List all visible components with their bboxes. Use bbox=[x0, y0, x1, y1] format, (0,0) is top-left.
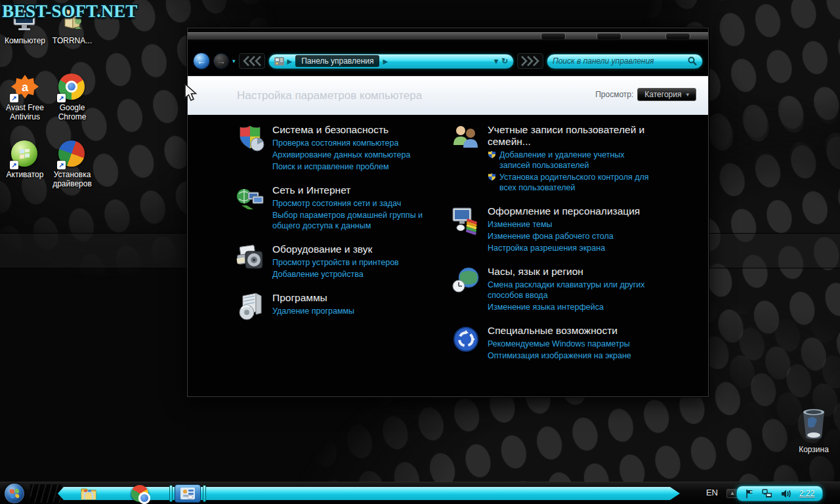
chrome-icon bbox=[131, 485, 148, 502]
recent-pages-dropdown-icon[interactable]: ▾ bbox=[232, 58, 236, 64]
desktop-icon-label: TORRNA... bbox=[51, 36, 94, 45]
category-link[interactable]: Проверка состояния компьютера bbox=[272, 138, 438, 148]
category-clock-language: Часы, язык и регион Смена раскладки клав… bbox=[450, 264, 663, 314]
appearance-personalization-icon[interactable] bbox=[450, 204, 482, 236]
shortcut-arrow-icon: ↗ bbox=[57, 94, 66, 102]
taskbar: EN ▲ 2:22 bbox=[0, 482, 840, 504]
chevron-down-icon: ▾ bbox=[686, 91, 689, 98]
svg-text:a: a bbox=[22, 81, 29, 94]
network-icon[interactable] bbox=[762, 489, 773, 499]
hardware-sound-icon[interactable] bbox=[235, 242, 266, 274]
category-link[interactable]: Смена раскладки клавиатуры или других сп… bbox=[488, 280, 653, 301]
network-internet-icon[interactable] bbox=[235, 183, 266, 215]
driver-installer-icon: ↗ bbox=[58, 140, 86, 168]
active-button-pipe bbox=[169, 485, 173, 502]
desktop-icon-label: Компьютер bbox=[3, 36, 47, 45]
recycle-bin-label: Корзина bbox=[791, 445, 837, 454]
breadcrumb-control-panel[interactable]: Панель управления bbox=[295, 55, 379, 67]
desktop-icon-label: Google Chrome bbox=[51, 103, 94, 121]
windows-logo-icon bbox=[10, 489, 20, 499]
control-panel-window: ← → ▾ ▶ Панель управления ▶ ▾ ↻ Настройк… bbox=[187, 28, 709, 397]
category-title[interactable]: Оборудование и звук bbox=[272, 243, 438, 255]
category-hardware-sound: Оборудование и звук Просмотр устройств и… bbox=[235, 242, 448, 281]
shortcut-arrow-icon: ↗ bbox=[10, 94, 18, 102]
desktop-icon-label: Активатор bbox=[3, 170, 47, 179]
desktop-icon-label: Установка драйверов bbox=[51, 170, 94, 188]
category-link[interactable]: Изменение темы bbox=[488, 219, 653, 230]
category-link[interactable]: Оптимизация изображения на экране bbox=[488, 350, 653, 361]
category-link[interactable]: Добавление и удаление учетных записей по… bbox=[488, 150, 653, 171]
page-title: Настройка параметров компьютера bbox=[237, 76, 422, 116]
category-link[interactable]: Изменение фона рабочего стола bbox=[488, 231, 653, 242]
category-ease-of-access: Специальные возможности Рекомендуемые Wi… bbox=[450, 324, 663, 362]
forward-chevrons-decoration bbox=[517, 53, 543, 69]
category-link[interactable]: Настройка разрешения экрана bbox=[488, 243, 653, 253]
page-header: Настройка параметров компьютера Просмотр… bbox=[188, 75, 708, 115]
desktop-icon-avast[interactable]: a ↗ Avast Free Antivirus bbox=[3, 74, 47, 121]
close-button[interactable] bbox=[665, 33, 690, 39]
category-link[interactable]: Удаление программы bbox=[272, 306, 438, 316]
titlebar-strip bbox=[188, 32, 708, 40]
breadcrumb-separator-icon: ▶ bbox=[383, 58, 388, 65]
category-link[interactable]: Выбор параметров домашней группы и общег… bbox=[272, 210, 438, 231]
search-input[interactable] bbox=[553, 56, 688, 66]
category-link[interactable]: Просмотр устройств и принтеров bbox=[272, 257, 438, 268]
shortcut-arrow-icon: ↗ bbox=[10, 161, 18, 169]
category-title[interactable]: Специальные возможности bbox=[488, 325, 653, 337]
category-title[interactable]: Часы, язык и регион bbox=[488, 266, 653, 278]
category-link[interactable]: Поиск и исправление проблем bbox=[272, 161, 438, 172]
forward-button[interactable]: → bbox=[213, 53, 229, 69]
uac-shield-icon bbox=[488, 173, 496, 181]
shortcut-arrow-icon: ↗ bbox=[57, 161, 66, 169]
taskbar-explorer-button[interactable] bbox=[80, 485, 97, 502]
refresh-button[interactable]: ↻ bbox=[501, 56, 508, 66]
window-titlebar[interactable] bbox=[188, 28, 708, 41]
category-appearance: Оформление и персонализация Изменение те… bbox=[450, 204, 663, 255]
category-link[interactable]: Изменение языка интерфейса bbox=[488, 302, 653, 312]
category-link[interactable]: Архивирование данных компьютера bbox=[272, 150, 438, 160]
search-icon[interactable] bbox=[688, 56, 697, 66]
category-title[interactable]: Сеть и Интернет bbox=[272, 184, 438, 196]
control-panel-icon bbox=[180, 488, 195, 499]
address-bar[interactable]: ▶ Панель управления ▶ ▾ ↻ bbox=[268, 54, 514, 69]
breadcrumb-separator-icon: ▶ bbox=[287, 58, 293, 65]
avast-icon: a ↗ bbox=[11, 74, 39, 101]
category-title[interactable]: Программы bbox=[272, 292, 438, 304]
minimize-button[interactable] bbox=[541, 33, 566, 39]
category-link[interactable]: Добавление устройства bbox=[272, 269, 438, 280]
language-indicator[interactable]: EN bbox=[706, 488, 718, 497]
programs-icon[interactable] bbox=[235, 291, 266, 322]
category-link[interactable]: Установка родительского контроля для все… bbox=[488, 172, 653, 193]
recycle-bin[interactable]: Корзина bbox=[791, 407, 837, 454]
taskbar-control-panel-button-active[interactable] bbox=[169, 484, 206, 503]
clock-language-region-icon[interactable] bbox=[450, 264, 482, 296]
control-panel-glyph-icon bbox=[274, 57, 284, 66]
back-button[interactable]: ← bbox=[193, 52, 210, 70]
recycle-bin-icon bbox=[798, 407, 830, 441]
ease-of-access-icon[interactable] bbox=[450, 324, 482, 355]
speaker-icon[interactable] bbox=[781, 489, 792, 499]
view-by-dropdown[interactable]: Категория▾ bbox=[637, 88, 696, 101]
desktop-icon-driver-installer[interactable]: ↗ Установка драйверов bbox=[51, 140, 94, 188]
category-link[interactable]: Рекомендуемые Windows параметры bbox=[488, 339, 653, 349]
category-title[interactable]: Система и безопасность bbox=[272, 124, 438, 136]
category-title[interactable]: Оформление и персонализация bbox=[488, 205, 653, 217]
user-accounts-icon[interactable] bbox=[450, 123, 482, 154]
desktop-icon-label: Avast Free Antivirus bbox=[3, 103, 47, 121]
system-security-icon[interactable] bbox=[235, 123, 266, 154]
category-link[interactable]: Просмотр состояния сети и задач bbox=[272, 198, 438, 209]
category-title[interactable]: Учетные записи пользователей и семейн... bbox=[488, 124, 653, 148]
address-dropdown-icon[interactable]: ▾ bbox=[494, 56, 498, 66]
start-button[interactable] bbox=[5, 484, 24, 503]
search-box[interactable] bbox=[547, 54, 703, 69]
system-tray: 2:22 bbox=[736, 486, 823, 501]
chrome-icon: ↗ bbox=[58, 74, 86, 101]
taskbar-clock[interactable]: 2:22 bbox=[799, 489, 814, 498]
taskbar-chrome-button[interactable] bbox=[131, 485, 148, 502]
desktop-icon-chrome[interactable]: ↗ Google Chrome bbox=[51, 74, 94, 121]
desktop-icon-activator[interactable]: ↗ Активатор bbox=[3, 140, 47, 179]
action-center-flag-icon[interactable] bbox=[745, 489, 755, 499]
active-button-pipe bbox=[203, 485, 206, 502]
maximize-button[interactable] bbox=[597, 33, 621, 39]
back-chevrons-decoration bbox=[239, 53, 265, 69]
